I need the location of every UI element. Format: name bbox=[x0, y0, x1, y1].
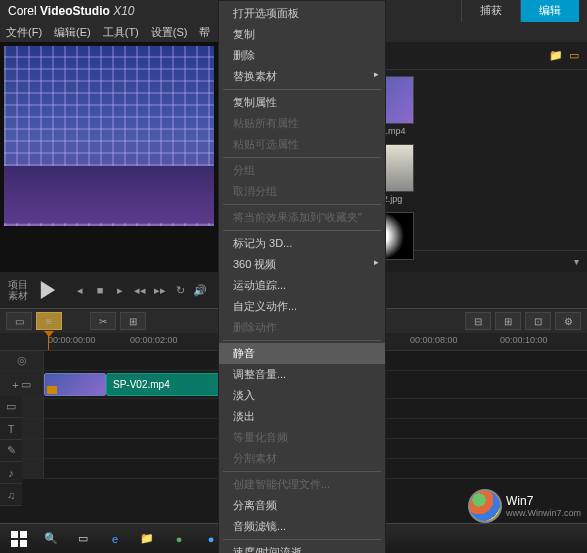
ctx-custom-action[interactable]: 自定义动作... bbox=[219, 296, 385, 317]
tab-edit[interactable]: 编辑 bbox=[520, 0, 579, 22]
ctx-fade-out[interactable]: 淡出 bbox=[219, 406, 385, 427]
clip-thumbnail[interactable] bbox=[44, 373, 106, 396]
ctx-copy-attr[interactable]: 复制属性 bbox=[219, 92, 385, 113]
separator bbox=[223, 157, 381, 158]
separator bbox=[223, 89, 381, 90]
ctx-normalize: 等量化音频 bbox=[219, 427, 385, 448]
tool-button[interactable]: ♫ bbox=[0, 484, 22, 506]
ctx-split-material: 分割素材 bbox=[219, 448, 385, 469]
ctx-paste-opt-attr: 粘贴可选属性 bbox=[219, 134, 385, 155]
separator bbox=[223, 340, 381, 341]
svg-rect-2 bbox=[11, 540, 18, 547]
tl-zoom-button[interactable]: ⊟ bbox=[465, 312, 491, 330]
ctx-audio-filter[interactable]: 音频滤镜... bbox=[219, 516, 385, 537]
menu-file[interactable]: 文件(F) bbox=[6, 25, 42, 40]
transport-mode[interactable]: 项目 素材 bbox=[8, 279, 28, 301]
ctx-replace-material[interactable]: 替换素材 bbox=[219, 66, 385, 87]
app-title: Corel VideoStudio X10 bbox=[8, 4, 134, 18]
task-view-icon[interactable]: ▭ bbox=[68, 526, 98, 552]
menu-settings[interactable]: 设置(S) bbox=[151, 25, 188, 40]
watermark: Win7 www.Winwin7.com bbox=[468, 489, 581, 523]
tl-fit-button[interactable]: ⊡ bbox=[525, 312, 551, 330]
ctx-adjust-volume[interactable]: 调整音量... bbox=[219, 364, 385, 385]
separator bbox=[223, 204, 381, 205]
preview-pane bbox=[0, 42, 220, 272]
windows-orb-icon bbox=[468, 489, 502, 523]
sound-icon bbox=[47, 386, 57, 394]
storyboard-view-button[interactable]: ▭ bbox=[6, 312, 32, 330]
ctx-ungroup: 取消分组 bbox=[219, 181, 385, 202]
taskbar-app[interactable]: ● bbox=[164, 526, 194, 552]
taskbar-app[interactable]: 📁 bbox=[132, 526, 162, 552]
prev-frame-button[interactable]: ◂ bbox=[72, 282, 88, 298]
svg-rect-1 bbox=[20, 531, 27, 538]
plus-icon[interactable]: + bbox=[12, 379, 18, 391]
context-menu: 打开选项面板 复制 删除 替换素材 复制属性 粘贴所有属性 粘贴可选属性 分组 … bbox=[218, 0, 386, 553]
preview-viewport[interactable] bbox=[4, 46, 214, 226]
stop-button[interactable]: ■ bbox=[92, 282, 108, 298]
ctx-paste-all-attr: 粘贴所有属性 bbox=[219, 113, 385, 134]
tl-zoom-button[interactable]: ⊞ bbox=[495, 312, 521, 330]
ctx-fade-in[interactable]: 淡入 bbox=[219, 385, 385, 406]
timeline-left-tools: ▭ T ✎ ♪ ♫ bbox=[0, 396, 22, 506]
mode-tabs: 捕获 编辑 bbox=[461, 0, 579, 22]
tool-button[interactable]: T bbox=[0, 418, 22, 440]
time-mark: 00:00:02:00 bbox=[130, 335, 178, 345]
next-frame-button[interactable]: ▸ bbox=[112, 282, 128, 298]
menu-help[interactable]: 帮 bbox=[199, 25, 210, 40]
ctx-mute[interactable]: 静音 bbox=[219, 343, 385, 364]
ctx-delete[interactable]: 删除 bbox=[219, 45, 385, 66]
separator bbox=[223, 539, 381, 540]
play-button[interactable] bbox=[34, 276, 62, 304]
ctx-360-video[interactable]: 360 视频 bbox=[219, 254, 385, 275]
folder-icon[interactable]: 📁 bbox=[549, 49, 563, 62]
ctx-create-proxy: 创建智能代理文件... bbox=[219, 474, 385, 495]
separator bbox=[223, 471, 381, 472]
time-mark: 00:00:08:00 bbox=[410, 335, 458, 345]
volume-icon[interactable]: 🔊 bbox=[192, 282, 208, 298]
tab-capture[interactable]: 捕获 bbox=[461, 0, 520, 22]
search-icon[interactable]: 🔍 bbox=[36, 526, 66, 552]
svg-rect-0 bbox=[11, 531, 18, 538]
menu-edit[interactable]: 编辑(E) bbox=[54, 25, 91, 40]
film-icon[interactable]: ▭ bbox=[569, 49, 579, 62]
tl-settings-button[interactable]: ⚙ bbox=[555, 312, 581, 330]
timeline-view-button[interactable]: ≡ bbox=[36, 312, 62, 330]
menu-tools[interactable]: 工具(T) bbox=[103, 25, 139, 40]
taskbar-app[interactable]: e bbox=[100, 526, 130, 552]
tool-button[interactable]: ♪ bbox=[0, 462, 22, 484]
prev-clip-button[interactable]: ◂◂ bbox=[132, 282, 148, 298]
ctx-separate-audio[interactable]: 分离音频 bbox=[219, 495, 385, 516]
tl-tool-button[interactable]: ✂ bbox=[90, 312, 116, 330]
tl-tool-button[interactable]: ⊞ bbox=[120, 312, 146, 330]
ctx-group: 分组 bbox=[219, 160, 385, 181]
start-button[interactable] bbox=[4, 526, 34, 552]
eye-icon[interactable]: ◎ bbox=[17, 354, 27, 367]
loop-button[interactable]: ↻ bbox=[172, 282, 188, 298]
separator bbox=[223, 230, 381, 231]
chevron-down-icon[interactable]: ▾ bbox=[574, 256, 579, 267]
video-track-icon: ▭ bbox=[21, 378, 31, 391]
ctx-speed-time[interactable]: 速度/时间流逝... bbox=[219, 542, 385, 553]
ctx-delete-action: 删除动作 bbox=[219, 317, 385, 338]
time-mark: 00:00:00:00 bbox=[48, 335, 96, 345]
ctx-open-options[interactable]: 打开选项面板 bbox=[219, 3, 385, 24]
next-clip-button[interactable]: ▸▸ bbox=[152, 282, 168, 298]
watermark-url: www.Winwin7.com bbox=[506, 508, 581, 518]
ctx-copy[interactable]: 复制 bbox=[219, 24, 385, 45]
ctx-motion-track[interactable]: 运动追踪... bbox=[219, 275, 385, 296]
ctx-add-fav: 将当前效果添加到"收藏夹" bbox=[219, 207, 385, 228]
tool-button[interactable]: ▭ bbox=[0, 396, 22, 418]
tool-button[interactable]: ✎ bbox=[0, 440, 22, 462]
time-mark: 00:00:10:00 bbox=[500, 335, 548, 345]
watermark-brand: Win7 bbox=[506, 494, 533, 508]
ctx-mark-3d[interactable]: 标记为 3D... bbox=[219, 233, 385, 254]
svg-rect-3 bbox=[20, 540, 27, 547]
